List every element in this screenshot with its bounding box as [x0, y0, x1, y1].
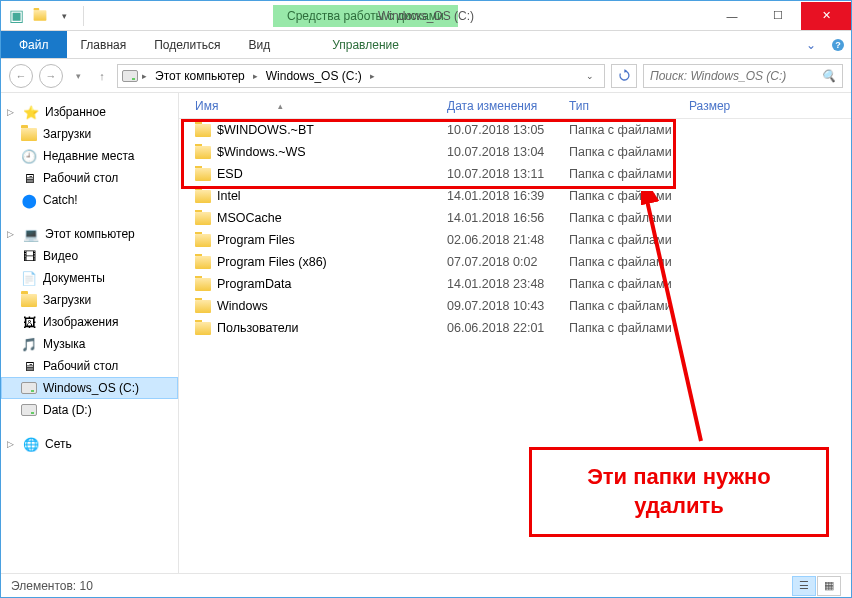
sidebar-item-drive-d[interactable]: Data (D:) [1, 399, 178, 421]
computer-icon: 💻 [23, 226, 39, 242]
folder-icon [195, 276, 211, 292]
up-button[interactable]: ↑ [93, 64, 111, 88]
table-row[interactable]: Windows09.07.2018 10:43Папка с файлами [179, 295, 851, 317]
table-row[interactable]: ESD10.07.2018 13:11Папка с файлами [179, 163, 851, 185]
table-row[interactable]: $Windows.~WS10.07.2018 13:04Папка с файл… [179, 141, 851, 163]
column-type[interactable]: Тип [561, 99, 681, 113]
folder-icon [195, 254, 211, 270]
file-name: Intel [217, 189, 241, 203]
recent-dropdown-icon[interactable]: ▾ [69, 64, 87, 88]
table-row[interactable]: MSOCache14.01.2018 16:56Папка с файлами [179, 207, 851, 229]
forward-button[interactable]: → [39, 64, 63, 88]
address-dropdown-icon[interactable]: ⌄ [580, 71, 600, 81]
table-row[interactable]: $WINDOWS.~BT10.07.2018 13:05Папка с файл… [179, 119, 851, 141]
back-button[interactable]: ← [9, 64, 33, 88]
file-type: Папка с файлами [561, 167, 681, 181]
sidebar-item-videos[interactable]: 🎞Видео [1, 245, 178, 267]
sort-indicator-icon: ▴ [278, 101, 283, 111]
address-bar[interactable]: ▸ Этот компьютер ▸ Windows_OS (C:) ▸ ⌄ [117, 64, 605, 88]
sidebar-item-documents[interactable]: 📄Документы [1, 267, 178, 289]
recent-icon: 🕘 [21, 148, 37, 164]
file-date: 14.01.2018 16:39 [439, 189, 561, 203]
table-row[interactable]: Intel14.01.2018 16:39Папка с файлами [179, 185, 851, 207]
pictures-icon: 🖼 [21, 314, 37, 330]
file-type: Папка с файлами [561, 299, 681, 313]
tab-view[interactable]: Вид [234, 31, 284, 58]
file-name: ESD [217, 167, 243, 181]
table-row[interactable]: Program Files02.06.2018 21:48Папка с фай… [179, 229, 851, 251]
search-icon[interactable]: 🔍 [821, 69, 836, 83]
file-menu[interactable]: Файл [1, 31, 67, 58]
sidebar-item-catch[interactable]: ⬤Catch! [1, 189, 178, 211]
file-name: ProgramData [217, 277, 291, 291]
qat-dropdown-icon[interactable]: ▾ [53, 5, 75, 27]
search-input[interactable] [650, 69, 821, 83]
sidebar-item-pictures[interactable]: 🖼Изображения [1, 311, 178, 333]
sidebar-item-desktop[interactable]: 🖥Рабочий стол [1, 167, 178, 189]
file-date: 09.07.2018 10:43 [439, 299, 561, 313]
file-date: 06.06.2018 22:01 [439, 321, 561, 335]
status-count-label: Элементов: [11, 579, 76, 593]
file-name: Windows [217, 299, 268, 313]
sidebar-computer[interactable]: ▷💻Этот компьютер [1, 223, 178, 245]
file-type: Папка с файлами [561, 277, 681, 291]
folder-icon [195, 232, 211, 248]
column-size[interactable]: Размер [681, 99, 761, 113]
refresh-button[interactable] [611, 64, 637, 88]
status-bar: Элементов: 10 ☰ ▦ [1, 573, 851, 597]
close-button[interactable]: ✕ [801, 2, 851, 30]
maximize-button[interactable]: ☐ [755, 2, 801, 30]
sidebar-favorites[interactable]: ▷⭐Избранное [1, 101, 178, 123]
table-row[interactable]: ProgramData14.01.2018 23:48Папка с файла… [179, 273, 851, 295]
video-icon: 🎞 [21, 248, 37, 264]
address-bar-row: ← → ▾ ↑ ▸ Этот компьютер ▸ Windows_OS (C… [1, 59, 851, 93]
tab-share[interactable]: Поделиться [140, 31, 234, 58]
file-date: 14.01.2018 23:48 [439, 277, 561, 291]
sidebar-item-music[interactable]: 🎵Музыка [1, 333, 178, 355]
file-date: 10.07.2018 13:05 [439, 123, 561, 137]
star-icon: ⭐ [23, 104, 39, 120]
catch-icon: ⬤ [21, 192, 37, 208]
table-row[interactable]: Program Files (x86)07.07.2018 0:02Папка … [179, 251, 851, 273]
help-icon[interactable]: ? [825, 31, 851, 58]
view-icons-button[interactable]: ▦ [817, 576, 841, 596]
qat-properties-icon[interactable]: ▣ [5, 5, 27, 27]
status-count: 10 [80, 579, 93, 593]
sidebar-network[interactable]: ▷🌐Сеть [1, 433, 178, 455]
file-name: Пользователи [217, 321, 299, 335]
folder-icon [195, 144, 211, 160]
network-icon: 🌐 [23, 436, 39, 452]
sidebar-item-downloads[interactable]: Загрузки [1, 123, 178, 145]
tab-manage[interactable]: Управление [318, 31, 413, 58]
column-date[interactable]: Дата изменения [439, 99, 561, 113]
music-icon: 🎵 [21, 336, 37, 352]
column-headers: Имя▴ Дата изменения Тип Размер [179, 93, 851, 119]
file-date: 02.06.2018 21:48 [439, 233, 561, 247]
sidebar-item-downloads[interactable]: Загрузки [1, 289, 178, 311]
search-box[interactable]: 🔍 [643, 64, 843, 88]
file-type: Папка с файлами [561, 189, 681, 203]
file-type: Папка с файлами [561, 145, 681, 159]
view-details-button[interactable]: ☰ [792, 576, 816, 596]
sidebar-item-recent[interactable]: 🕘Недавние места [1, 145, 178, 167]
desktop-icon: 🖥 [21, 170, 37, 186]
chevron-right-icon[interactable]: ▸ [368, 71, 377, 81]
column-name[interactable]: Имя▴ [187, 99, 439, 113]
qat-new-folder-icon[interactable] [29, 5, 51, 27]
chevron-right-icon[interactable]: ▸ [251, 71, 260, 81]
ribbon: Файл Главная Поделиться Вид Управление ⌄… [1, 31, 851, 59]
file-name: $WINDOWS.~BT [217, 123, 314, 137]
breadcrumb[interactable]: Windows_OS (C:) [262, 69, 366, 83]
ribbon-expand-icon[interactable]: ⌄ [797, 31, 825, 58]
desktop-icon: 🖥 [21, 358, 37, 374]
folder-icon [195, 188, 211, 204]
table-row[interactable]: Пользователи06.06.2018 22:01Папка с файл… [179, 317, 851, 339]
breadcrumb[interactable]: Этот компьютер [151, 69, 249, 83]
tab-home[interactable]: Главная [67, 31, 141, 58]
chevron-right-icon[interactable]: ▸ [140, 71, 149, 81]
folder-icon [195, 122, 211, 138]
sidebar-item-drive-c[interactable]: Windows_OS (C:) [1, 377, 178, 399]
sidebar-item-desktop[interactable]: 🖥Рабочий стол [1, 355, 178, 377]
file-type: Папка с файлами [561, 255, 681, 269]
minimize-button[interactable]: — [709, 2, 755, 30]
